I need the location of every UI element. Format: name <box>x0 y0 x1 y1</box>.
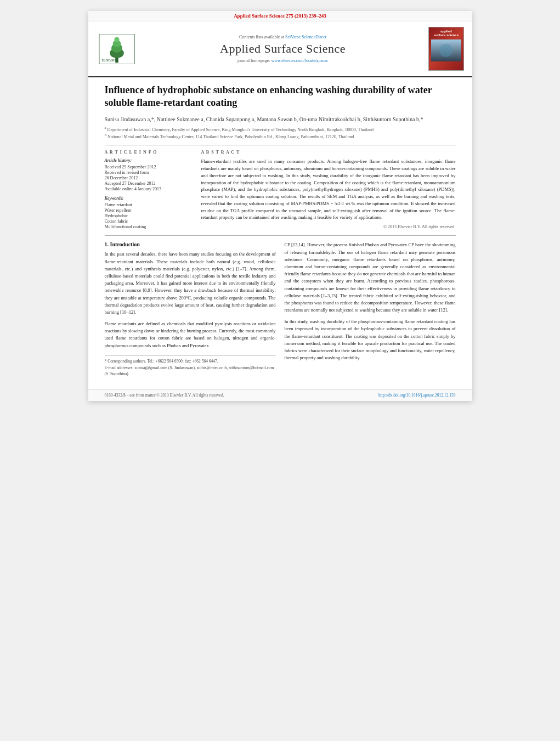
footnotes-section: * Corresponding authors. Tel.: +6622 564… <box>105 355 276 377</box>
affiliation-b: b National Metal and Materials Technolog… <box>105 133 456 140</box>
cover-title: appliedsurface science <box>434 30 459 37</box>
keywords-section: Keywords: Flame retardant Water repellen… <box>105 196 193 229</box>
cover-art-svg <box>431 39 461 61</box>
article-title: Influence of hydrophobic substance on en… <box>105 84 456 110</box>
journal-homepage-link[interactable]: www.elsevier.com/locate/apsusc <box>271 58 328 63</box>
body-left-column: 1. Introduction In the past several deca… <box>105 241 276 378</box>
footer-issn: 0169-4332/$ – see front matter © 2013 El… <box>105 393 224 398</box>
divider-2 <box>105 235 456 236</box>
affiliations: a Department of Industrial Chemistry, Fa… <box>105 126 456 140</box>
keyword-5: Multifunctional coating <box>105 224 193 229</box>
article-info-abstract: A R T I C L E I N F O Article history: R… <box>105 150 456 230</box>
journal-main-title: Applied Surface Science <box>220 42 346 56</box>
keyword-4: Cotton fabric <box>105 219 193 224</box>
journal-header-center: Contents lists available at SciVerse Sci… <box>144 27 422 71</box>
footnote-email: E-mail addresses: sunisaj@gmail.com (S. … <box>105 365 276 377</box>
right-paragraph-1: CP [13,14]. However, the process finishe… <box>285 241 456 314</box>
sciverse-link[interactable]: SciVerse ScienceDirect <box>285 35 326 39</box>
history-accepted: Accepted 27 December 2012 <box>105 181 193 186</box>
history-received: Received 29 September 2012 <box>105 165 193 169</box>
journal-cover: appliedsurface science <box>427 27 466 71</box>
abstract-heading: A B S T R A C T <box>201 150 456 155</box>
svg-point-8 <box>439 44 452 57</box>
elsevier-tree-icon: ELSEVIER <box>98 34 136 64</box>
intro-paragraph-1: In the past several decades, there have … <box>105 251 276 316</box>
svg-text:ELSEVIER: ELSEVIER <box>101 59 116 62</box>
divider-1 <box>105 145 456 145</box>
keyword-3: Hydrophobic <box>105 213 193 218</box>
article-info-panel: A R T I C L E I N F O Article history: R… <box>105 150 193 230</box>
right-paragraph-2: In this study, washing durability of the… <box>285 318 456 361</box>
page: Applied Surface Science 275 (2013) 239–2… <box>88 11 472 401</box>
history-revised-label: Received in revised form <box>105 170 193 175</box>
keywords-label: Keywords: <box>105 196 193 201</box>
sciverse-text: Contents lists available at SciVerse Sci… <box>239 35 326 39</box>
article-info-heading: A R T I C L E I N F O <box>105 150 193 155</box>
footer-doi[interactable]: http://dx.doi.org/10.1016/j.apsusc.2012.… <box>378 393 456 398</box>
elsevier-logo-section: ELSEVIER <box>95 27 139 71</box>
history-revised-date: 26 December 2012 <box>105 176 193 180</box>
keyword-2: Water repellent <box>105 208 193 213</box>
journal-homepage: journal homepage: www.elsevier.com/locat… <box>237 58 329 63</box>
introduction-heading: 1. Introduction <box>105 241 276 247</box>
svg-point-4 <box>114 37 119 42</box>
journal-cover-image: appliedsurface science <box>428 27 464 71</box>
elsevier-logo: ELSEVIER <box>95 34 139 64</box>
cover-art <box>431 39 461 61</box>
journal-top-bar: Applied Surface Science 275 (2013) 239–2… <box>88 11 472 21</box>
footnote-corresponding: * Corresponding authors. Tel.: +6622 564… <box>105 359 276 365</box>
intro-paragraph-2: Flame retardants are defined as chemical… <box>105 320 276 349</box>
keyword-1: Flame retardant <box>105 202 193 207</box>
article-content: Influence of hydrophobic substance on en… <box>88 77 472 389</box>
history-online: Available online 4 January 2013 <box>105 186 193 191</box>
body-right-column: CP [13,14]. However, the process finishe… <box>285 241 456 378</box>
authors: Sunisa Jindasuwan a,*, Nattinee Sukmanee… <box>105 115 456 123</box>
body-columns: 1. Introduction In the past several deca… <box>105 241 456 378</box>
affiliation-a: a Department of Industrial Chemistry, Fa… <box>105 126 456 133</box>
footer-bar: 0169-4332/$ – see front matter © 2013 El… <box>88 389 472 401</box>
journal-citation: Applied Surface Science 275 (2013) 239–2… <box>234 13 326 19</box>
history-label: Article history: <box>105 158 193 163</box>
journal-header: ELSEVIER Contents lists available at Sci… <box>88 21 472 77</box>
abstract-copyright: © 2013 Elsevier B.V. All rights reserved… <box>201 224 456 229</box>
abstract-body: Flame-retardant textiles are used in man… <box>201 158 456 221</box>
abstract-panel: A B S T R A C T Flame-retardant textiles… <box>201 150 456 230</box>
